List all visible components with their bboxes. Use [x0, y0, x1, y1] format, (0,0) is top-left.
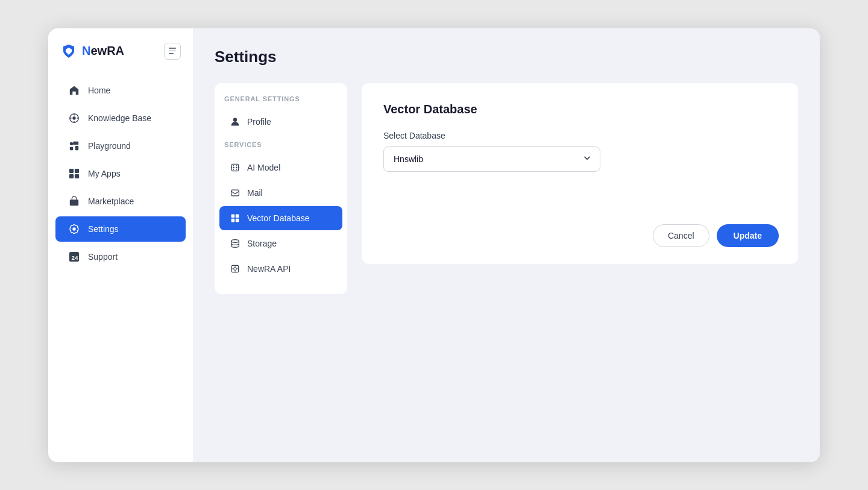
sidebar-item-apps-label: My Apps	[88, 169, 121, 178]
settings-item-profile-label: Profile	[247, 117, 271, 127]
svg-rect-3	[73, 141, 78, 144]
card-actions: Cancel Update	[653, 224, 779, 247]
sidebar-logo: NewRA	[48, 43, 193, 77]
mail-icon	[229, 187, 241, 199]
settings-item-mail-label: Mail	[247, 188, 263, 198]
settings-item-profile[interactable]: Profile	[219, 110, 342, 134]
sidebar-item-my-apps[interactable]: My Apps	[55, 161, 186, 186]
svg-rect-2	[70, 146, 73, 149]
sidebar-item-support[interactable]: 24 Support	[55, 244, 186, 269]
settings-item-newra-api[interactable]: NewRA API	[219, 257, 342, 281]
logo: NewRA	[60, 43, 124, 60]
cancel-button[interactable]: Cancel	[653, 224, 709, 247]
sidebar-item-playground-label: Playground	[88, 141, 131, 151]
sidebar-item-playground[interactable]: Playground	[55, 133, 186, 159]
playground-icon	[68, 139, 81, 152]
support-icon: 24	[68, 250, 81, 263]
sidebar-item-home[interactable]: Home	[55, 78, 186, 103]
database-select[interactable]: Hnswlib Pinecone Weaviate Chroma Qdrant	[383, 146, 600, 172]
select-label: Select Database	[383, 131, 776, 140]
svg-rect-14	[231, 164, 238, 171]
card-title: Vector Database	[383, 102, 776, 116]
svg-rect-19	[236, 214, 239, 218]
svg-rect-8	[69, 174, 74, 178]
marketplace-icon	[68, 195, 81, 208]
settings-item-ai-model[interactable]: AI Model	[219, 155, 342, 180]
svg-rect-20	[231, 218, 235, 222]
svg-point-22	[231, 239, 239, 242]
svg-point-4	[70, 142, 73, 145]
settings-item-vector-database[interactable]: Vector Database	[219, 206, 342, 230]
svg-rect-6	[69, 168, 74, 172]
storage-icon	[229, 237, 241, 250]
svg-point-1	[72, 116, 75, 119]
settings-item-mail[interactable]: Mail	[219, 181, 342, 205]
sidebar-item-settings[interactable]: Settings	[55, 216, 186, 242]
profile-icon	[229, 116, 241, 128]
vector-database-card: Vector Database Select Database Hnswlib …	[362, 83, 798, 264]
svg-rect-5	[75, 146, 78, 150]
settings-item-vectordb-label: Vector Database	[247, 213, 310, 223]
settings-item-storage[interactable]: Storage	[219, 231, 342, 256]
logo-text: NewRA	[82, 44, 124, 58]
svg-rect-9	[75, 174, 79, 178]
svg-point-13	[233, 118, 237, 121]
sidebar-item-knowledge-label: Knowledge Base	[88, 113, 151, 123]
svg-rect-18	[231, 214, 235, 218]
services-section-title: SERVICES	[215, 141, 347, 154]
apps-icon	[68, 167, 81, 180]
toggle-lines-icon	[169, 48, 176, 54]
settings-item-storage-label: Storage	[247, 239, 277, 248]
sidebar-item-marketplace-label: Marketplace	[88, 196, 134, 206]
page-title: Settings	[215, 48, 798, 66]
svg-point-24	[234, 267, 237, 270]
vector-db-icon	[229, 212, 241, 224]
sidebar: NewRA Home	[48, 28, 193, 462]
svg-point-16	[236, 166, 237, 168]
sidebar-item-settings-label: Settings	[88, 224, 119, 234]
svg-point-15	[233, 166, 234, 168]
api-icon	[229, 263, 241, 275]
knowledge-icon	[68, 112, 81, 125]
sidebar-item-support-label: Support	[88, 252, 118, 262]
sidebar-toggle-button[interactable]	[164, 43, 181, 60]
logo-icon	[60, 43, 77, 60]
general-settings-section-title: GENERAL SETTINGS	[215, 95, 347, 108]
sidebar-item-home-label: Home	[88, 86, 110, 95]
svg-rect-7	[75, 168, 79, 172]
svg-rect-10	[70, 199, 78, 206]
update-button[interactable]: Update	[717, 224, 779, 247]
settings-panel: GENERAL SETTINGS Profile SERVICES	[215, 83, 347, 294]
home-icon	[68, 84, 81, 97]
app-window: NewRA Home	[48, 28, 820, 462]
sidebar-item-marketplace[interactable]: Marketplace	[55, 189, 186, 214]
settings-item-ai-label: AI Model	[247, 163, 280, 172]
settings-item-api-label: NewRA API	[247, 264, 291, 274]
ai-model-icon	[229, 162, 241, 174]
settings-icon	[68, 222, 81, 236]
sidebar-item-knowledge-base[interactable]: Knowledge Base	[55, 105, 186, 131]
svg-text:24: 24	[72, 254, 78, 260]
database-select-wrapper: Hnswlib Pinecone Weaviate Chroma Qdrant	[383, 146, 600, 172]
main-content: Settings GENERAL SETTINGS Profile SERVIC…	[193, 28, 820, 462]
svg-rect-21	[236, 218, 239, 222]
svg-rect-17	[231, 190, 239, 196]
content-layout: GENERAL SETTINGS Profile SERVICES	[215, 83, 798, 294]
